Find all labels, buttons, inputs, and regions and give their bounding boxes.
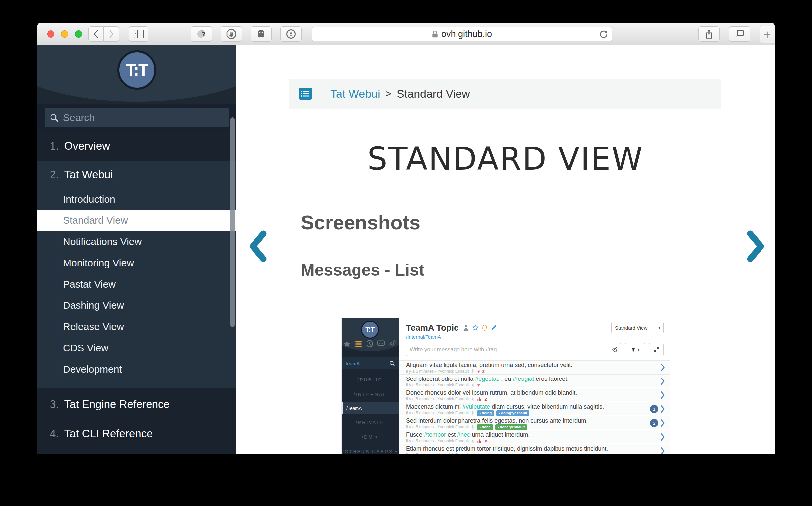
message-timestamp-author: il y a 5 minutes - Yvonnick Esnault [406,439,469,443]
tree-item-public[interactable]: /PUBLIC [342,372,399,387]
star-outline-icon[interactable] [472,324,479,331]
toc-list-icon[interactable] [298,87,313,100]
chat-bubble-icon[interactable] [377,340,385,348]
zoom-window-button[interactable] [75,30,82,37]
tree-item-internal[interactable]: /INTERNAL [342,387,399,402]
swirl-question-icon: ? [196,28,207,39]
filter-button[interactable]: ▾ [624,343,645,356]
close-window-button[interactable] [47,30,55,37]
user-icon[interactable] [463,324,469,331]
history-icon[interactable] [366,340,373,348]
previous-page-arrow[interactable] [248,230,268,263]
message-row[interactable]: Aliquam vitae ligula lacinia, pretium ur… [399,360,670,373]
paperclip-icon [471,438,475,443]
breadcrumb-current: Standard View [397,87,470,100]
sidebar-item-introduction[interactable]: Introduction [37,189,236,210]
tab-overview-button[interactable] [729,26,750,41]
tree-item-others-users[interactable]: /OTHERS USERS▾ [342,444,399,453]
filter-caret-icon: ▾ [638,348,640,352]
label-pill: • done:yesnault [495,424,527,430]
message-row[interactable]: Etiam rhoncus est pretium tortor tristiq… [399,444,670,453]
search-field[interactable] [45,107,229,128]
address-bar-content: ovh.github.io [432,29,492,39]
sidebar-item-dashing-view[interactable]: Dashing View [37,295,236,316]
send-plane-icon[interactable] [611,347,618,353]
back-button[interactable] [88,26,104,41]
extension-button-1[interactable]: ? [191,26,212,41]
message-row[interactable]: Donec rhoncus dolor vel ipsum rutrum, at… [399,388,670,401]
extension-button-3[interactable] [250,26,272,41]
hand-octagon-icon [226,29,236,39]
row-chevron-icon [661,447,665,453]
text-segment: Sed interdum dolor pharetra felis egesta… [406,417,588,424]
tree-item-teama[interactable]: /TeamA [342,402,399,414]
reload-icon[interactable] [599,29,609,39]
item-label: Notifications View [63,236,142,247]
message-text: Fusce #tempor est #nec urna aliquet inte… [406,431,643,438]
app-topic-search[interactable]: teamA [342,357,399,369]
sidebar-item-tat-cli-reference[interactable]: 4.Tat CLI Reference [37,419,236,448]
sidebar-panel-icon [134,29,144,38]
sidebar-item-notifications-view[interactable]: Notifications View [37,231,236,252]
view-select[interactable]: Standard View ▾ [611,322,664,333]
next-page-arrow[interactable] [746,230,765,263]
message-text: Etiam rhoncus est pretium tortor tristiq… [406,445,643,452]
sidebar-item-monitoring-view[interactable]: Monitoring View [37,252,236,274]
message-row-actions: 1 [650,405,665,413]
nav-block-top: 1.Overview [37,132,236,161]
message-meta: il y a 5 minutes - Yvonnick Esnault2 [406,397,643,402]
app-topic-title: TeamA Topic [406,323,458,333]
message-row[interactable]: Sed interdum dolor pharetra felis egesta… [399,416,670,429]
sidebar-item-cds-view[interactable]: CDS View [37,337,236,358]
sidebar-item-tat-webui[interactable]: 2.Tat Webui [37,161,236,189]
message-input[interactable] [410,346,611,353]
topic-path-link[interactable]: /Internal/TeamA [406,334,670,340]
tree-item-label: /PRIVATE [356,420,384,425]
breadcrumb-parent-link[interactable]: Tat Webui [330,87,380,100]
minimize-window-button[interactable] [61,30,68,37]
text-segment: Aliquam vitae ligula lacinia, pretium ur… [406,361,573,368]
heart-icon: ♥ [477,369,480,373]
tat-logo[interactable]: T:T [117,51,156,90]
tree-item-private[interactable]: /PRIVATE [342,415,399,430]
sidebar-item-standard-view[interactable]: Standard View [37,210,236,231]
row-chevron-icon [661,405,665,413]
message-input-field[interactable] [406,343,621,356]
search-input[interactable] [63,112,224,123]
sidebar-toggle-button[interactable] [129,26,148,41]
sidebar-item-development[interactable]: Development [37,358,236,380]
item-label: Tat Webui [64,168,113,181]
message-row[interactable]: Sed placerat odio et nulla #egestas , eu… [399,374,670,388]
sidebar-item-release-view[interactable]: Release View [37,316,236,337]
edit-pencil-icon[interactable] [491,325,497,331]
message-text: Sed interdum dolor pharetra felis egesta… [406,417,643,424]
address-bar[interactable]: ovh.github.io [312,26,612,41]
message-row-actions [661,447,665,453]
message-row[interactable]: Maecenas dictum mi #vulputate diam cursu… [399,402,670,415]
extension-button-2[interactable] [221,26,242,41]
topic-list-icon[interactable] [354,340,362,348]
paperclip-icon [471,411,475,416]
sidebar-scrollbar-thumb[interactable] [230,117,235,327]
subsection-heading: Messages - List [301,260,424,279]
message-row-actions [661,377,665,385]
topic-tree: /PUBLIC/INTERNAL/TeamA/PRIVATE/DM▾/OTHER… [342,369,399,453]
settings-gears-icon[interactable] [389,340,397,348]
message-row[interactable]: Fusce #tempor est #nec urna aliquet inte… [399,430,670,443]
new-tab-button[interactable]: + [759,26,775,43]
sidebar-item-pastat-view[interactable]: Pastat View [37,274,236,295]
extension-button-4[interactable] [280,26,302,41]
bell-icon[interactable] [482,324,488,331]
sidebar-item-tat-engine-reference[interactable]: 3.Tat Engine Reference [37,390,236,419]
sidebar-item-overview[interactable]: 1.Overview [37,132,236,161]
keyhole-icon [286,29,296,39]
expand-button[interactable] [649,343,664,356]
reply-count-badge: 1 [650,405,658,413]
tree-item-dm[interactable]: /DM▾ [342,430,399,444]
browser-viewport: T:T 1.Overview 2.Tat WebuiIntroductionSt… [37,45,775,453]
share-button[interactable] [698,26,720,41]
row-chevron-icon [661,391,665,399]
favorites-star-icon[interactable] [343,340,351,348]
hashtag: #egestas [475,375,499,382]
forward-button[interactable] [104,26,119,41]
